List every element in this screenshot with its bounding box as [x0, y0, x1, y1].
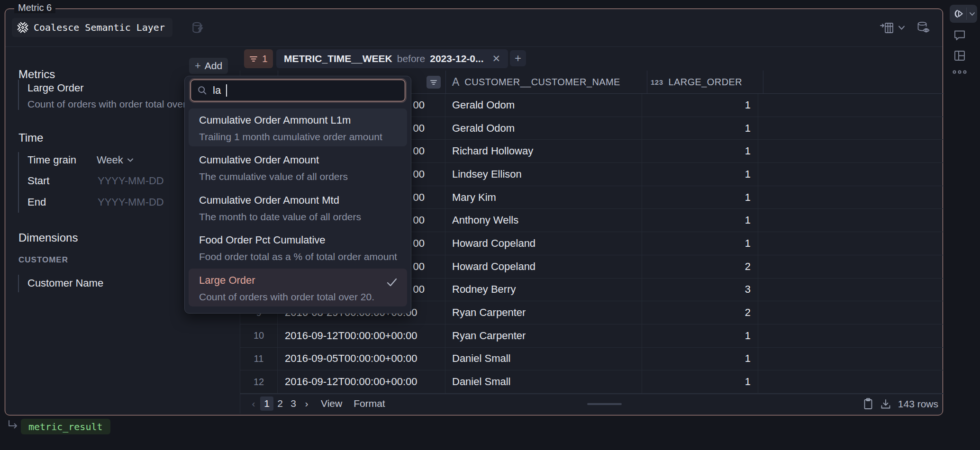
clipboard-icon[interactable]	[863, 398, 873, 410]
add-metric-button[interactable]: + Add	[189, 58, 228, 74]
end-date-input[interactable]: YYYY-MM-DD	[98, 196, 164, 208]
chevron-down-icon	[127, 158, 134, 162]
time-grain-label: Time grain	[27, 154, 76, 166]
add-filter-button[interactable]: +	[510, 50, 526, 66]
time-heading: Time	[18, 131, 43, 144]
run-icon	[953, 9, 963, 19]
chevron-down-icon[interactable]	[898, 25, 905, 30]
filter-operator: before	[397, 53, 426, 64]
time-grain-select[interactable]: Week	[97, 154, 134, 166]
dimensions-heading: Dimensions	[18, 231, 78, 244]
page-button-2[interactable]: 2	[273, 396, 287, 411]
database-eye-icon[interactable]	[916, 21, 931, 34]
source-chip[interactable]: Coalesce Semantic Layer	[12, 18, 172, 37]
comment-icon[interactable]	[953, 29, 966, 41]
filter-pill[interactable]: METRIC_TIME__WEEK before 2023-12-0... ✕	[276, 49, 508, 68]
close-icon[interactable]: ✕	[492, 53, 501, 64]
start-date-input[interactable]: YYYY-MM-DD	[98, 175, 164, 187]
run-cell-button[interactable]	[950, 5, 966, 23]
filter-count: 1	[262, 53, 268, 64]
run-cell-group	[950, 5, 977, 23]
dimension-item[interactable]: Customer Name	[27, 277, 103, 289]
text-cursor	[226, 84, 227, 97]
format-button[interactable]: Format	[354, 398, 385, 409]
metrics-heading: Metrics	[18, 68, 55, 81]
start-label: Start	[27, 175, 49, 187]
more-options-icon[interactable]	[952, 69, 968, 75]
search-query: la	[213, 84, 221, 97]
plus-icon: +	[515, 52, 521, 65]
time-section-indicator	[18, 152, 19, 213]
column-header-large-order[interactable]: 123 LARGE_ORDER	[651, 71, 742, 94]
row-count: 143 rows	[898, 398, 938, 410]
add-metric-label: Add	[205, 60, 222, 72]
metric-search-input[interactable]: la	[191, 80, 405, 101]
output-variable: metric_result	[21, 419, 110, 434]
string-type-icon: A	[452, 76, 459, 89]
metric-option-selected[interactable]: Large Order Count of orders with order t…	[189, 269, 407, 306]
dimension-item-indicator	[18, 275, 19, 292]
plus-icon: +	[195, 60, 201, 72]
source-label: Coalesce Semantic Layer	[34, 22, 165, 33]
layout-icon[interactable]	[953, 50, 966, 62]
return-arrow-icon	[7, 419, 19, 431]
table-footer: ‹ 1 2 3 › View Format	[240, 394, 944, 413]
metric-search-dropdown: la Cumulative Order Ammount L1m Trailing…	[184, 76, 411, 314]
table-row[interactable]: 10 2016-09-12T00:00:00+00:00 Ryan Carpen…	[240, 324, 944, 348]
check-icon	[385, 276, 399, 288]
search-icon	[197, 85, 208, 96]
cell-label: Metric 6	[14, 2, 55, 13]
metric-option[interactable]: Food Order Pct Cumulative Food order tot…	[189, 228, 407, 266]
prev-page-button[interactable]: ‹	[247, 396, 260, 411]
page-button-1[interactable]: 1	[260, 396, 273, 411]
filter-icon	[249, 55, 258, 63]
run-options-button[interactable]	[967, 5, 977, 23]
notebook-page: Coalesce Semantic Layer	[0, 0, 980, 450]
metric-option[interactable]: Cumulative Order Amount The cumulative v…	[189, 148, 407, 186]
table-row[interactable]: 11 2016-09-05T00:00:00+00:00 Daniel Smal…	[240, 348, 944, 371]
filter-field: METRIC_TIME__WEEK	[284, 53, 392, 64]
insert-table-icon[interactable]	[880, 22, 894, 34]
metric-option[interactable]: Cumulative Order Amount Mtd The month to…	[189, 189, 407, 226]
page-button-3[interactable]: 3	[287, 396, 300, 411]
header-divider	[5, 46, 943, 47]
chevron-down-icon	[969, 12, 975, 16]
next-page-button[interactable]: ›	[300, 396, 313, 411]
metric-option[interactable]: Cumulative Order Ammount L1m Trailing 1 …	[189, 108, 407, 146]
table-row[interactable]: 12 2016-09-12T00:00:00+00:00 Daniel Smal…	[240, 370, 944, 394]
filter-count-chip[interactable]: 1	[244, 49, 273, 68]
number-type-icon: 123	[651, 78, 663, 86]
coalesce-logo-icon	[17, 21, 29, 34]
dimension-group-label: CUSTOMER	[18, 255, 68, 265]
horizontal-scrollbar[interactable]	[587, 403, 622, 405]
database-lightning-icon	[191, 21, 205, 35]
filter-value: 2023-12-0...	[430, 53, 483, 64]
metric-cell: Coalesce Semantic Layer	[5, 9, 943, 415]
column-header-customer-name[interactable]: A CUSTOMER__CUSTOMER_NAME	[452, 71, 620, 94]
end-label: End	[27, 196, 46, 208]
metric-item-indicator	[18, 80, 19, 110]
download-icon[interactable]	[880, 398, 891, 410]
column-filter-button[interactable]	[426, 76, 441, 89]
view-button[interactable]: View	[321, 398, 342, 409]
metric-item-title[interactable]: Large Order	[27, 82, 84, 94]
time-grain-value: Week	[97, 154, 123, 166]
metric-item-description: Count of orders with order total over 20…	[27, 99, 203, 110]
